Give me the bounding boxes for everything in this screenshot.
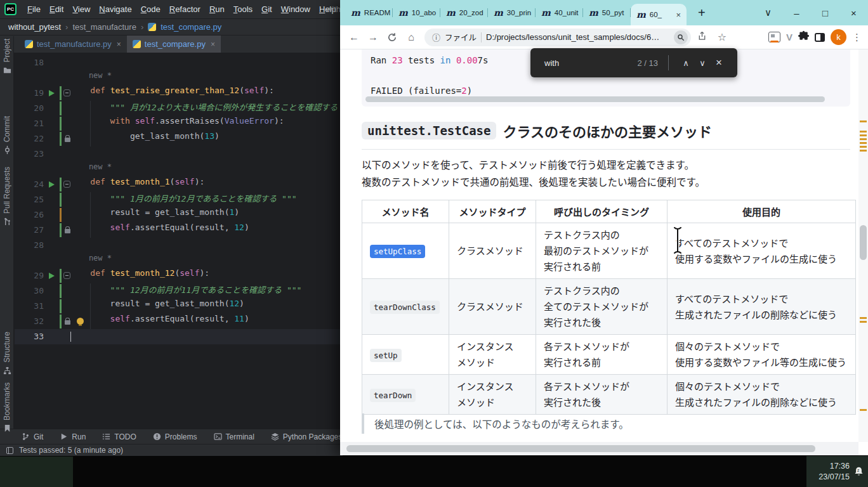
- find-next-button[interactable]: ∨: [694, 58, 711, 68]
- code-line[interactable]: 23: [15, 146, 343, 162]
- method-code-chip[interactable]: tearDownClass: [370, 301, 440, 314]
- close-tab-icon[interactable]: ×: [117, 40, 121, 49]
- toolwindow-todo[interactable]: TODO: [102, 432, 136, 441]
- code-block-hscroll-thumb[interactable]: [365, 96, 825, 102]
- share-icon[interactable]: [692, 31, 711, 43]
- code-line[interactable]: 19 def test_raise_greater_than_12(self):: [15, 86, 343, 101]
- browser-tab[interactable]: m10_abo: [393, 0, 440, 25]
- find-query-input[interactable]: with: [544, 58, 559, 68]
- vue-devtools-icon[interactable]: V: [786, 32, 792, 42]
- code-line[interactable]: 30 """ 12月の前月が11月であることを確認する """: [15, 283, 343, 299]
- code-line[interactable]: 26 result = get_last_month(1): [15, 207, 343, 223]
- close-tab-icon[interactable]: ×: [211, 40, 215, 49]
- fold-icon[interactable]: [63, 89, 70, 96]
- breadcrumb-item[interactable]: without_pytest: [8, 22, 61, 32]
- notifications-silenced-icon[interactable]: z: [853, 466, 864, 477]
- code-line[interactable]: new *: [15, 253, 343, 268]
- menu-window[interactable]: Window: [277, 3, 315, 15]
- browser-tab[interactable]: m60_×: [631, 4, 687, 25]
- reload-button[interactable]: [383, 32, 401, 43]
- toolwindow-python-packages[interactable]: Python Packages: [271, 432, 342, 441]
- toolwindow-run[interactable]: Run: [60, 432, 86, 441]
- code-line[interactable]: 25 """ 1月の前月が12月であることを確認する """: [15, 192, 343, 207]
- profile-avatar[interactable]: k: [831, 29, 846, 45]
- toolwindow-git[interactable]: Git: [22, 432, 43, 441]
- run-test-icon[interactable]: [49, 181, 55, 188]
- code-line[interactable]: 27 self.assertEqual(result, 12): [15, 223, 343, 238]
- code-line[interactable]: 31 result = get_last_month(12): [15, 299, 343, 314]
- in-page-search-icon[interactable]: [674, 30, 688, 44]
- close-window-icon[interactable]: ×: [839, 0, 868, 25]
- fold-icon[interactable]: [63, 181, 70, 188]
- code-line[interactable]: 28: [15, 238, 343, 253]
- new-tab-button[interactable]: +: [698, 6, 706, 20]
- maximize-icon[interactable]: □: [811, 0, 839, 25]
- menu-tools[interactable]: Tools: [229, 3, 257, 15]
- toolwindow-problems[interactable]: Problems: [153, 432, 197, 441]
- extensions-puzzle-icon[interactable]: [798, 30, 809, 44]
- vertical-scrollbar[interactable]: [858, 49, 868, 442]
- code-line[interactable]: 29 def test_month_12(self):: [15, 268, 343, 283]
- horizontal-scrollbar[interactable]: [340, 442, 858, 455]
- browser-tab[interactable]: m30_prin: [488, 0, 536, 25]
- find-close-icon[interactable]: ×: [711, 56, 727, 69]
- menu-view[interactable]: View: [68, 3, 95, 15]
- bookmark-star-icon[interactable]: ☆: [713, 31, 732, 43]
- home-button[interactable]: ⌂: [402, 32, 420, 43]
- code-line[interactable]: 21 with self.assertRaises(ValueError):: [15, 116, 343, 131]
- extension-icon[interactable]: [768, 32, 780, 42]
- browser-tab[interactable]: m40_unit: [536, 0, 583, 25]
- browser-tab[interactable]: mREADM: [345, 0, 393, 25]
- method-code-chip[interactable]: setUp: [370, 349, 402, 362]
- forward-button[interactable]: →: [364, 32, 382, 43]
- browser-tab[interactable]: m50_pyt: [583, 0, 631, 25]
- stripe-item-pull-requests[interactable]: Pull Requests: [0, 167, 14, 225]
- code-line[interactable]: 20 """ 月が12より大きい場合に例外が発生することを確認する """: [15, 101, 343, 116]
- code-line[interactable]: new *: [15, 162, 343, 177]
- toolwindow-terminal[interactable]: Terminal: [214, 432, 254, 441]
- taskbar-clock[interactable]: 17:36 23/07/15 z: [806, 456, 868, 487]
- code-line[interactable]: new *: [15, 70, 343, 86]
- code-line[interactable]: 22 get_last_month(13): [15, 131, 343, 146]
- tab-search-icon[interactable]: ∨: [754, 0, 782, 25]
- stripe-item-structure[interactable]: Structure: [0, 332, 14, 374]
- side-panel-icon[interactable]: [815, 33, 825, 42]
- browser-menu-icon[interactable]: ⋮: [852, 32, 862, 43]
- breadcrumb-item[interactable]: test_manufacture: [72, 22, 136, 32]
- close-tab-icon[interactable]: ×: [676, 10, 681, 20]
- code-line[interactable]: 33: [15, 329, 343, 344]
- scrollbar-thumb[interactable]: [860, 225, 867, 260]
- address-bar[interactable]: ⓘ ファイル D:/projects/lessons/unit_test_sam…: [424, 29, 691, 46]
- back-button[interactable]: ←: [345, 32, 363, 43]
- url-text[interactable]: D:/projects/lessons/unit_test_samples/do…: [486, 32, 669, 42]
- code-line[interactable]: 18: [15, 55, 343, 70]
- stripe-item-commit[interactable]: Commit: [0, 116, 14, 153]
- fold-icon[interactable]: [63, 272, 70, 279]
- menu-run[interactable]: Run: [205, 3, 229, 15]
- layout-widget-icon[interactable]: [6, 447, 13, 454]
- editor-tab[interactable]: test_manufacture.py×: [19, 36, 127, 53]
- menu-code[interactable]: Code: [136, 3, 165, 15]
- editor-tab[interactable]: test_compare.py×: [127, 36, 221, 53]
- code-line[interactable]: 32 self.assertEqual(result, 11): [15, 314, 343, 329]
- menu-refactor[interactable]: Refactor: [165, 3, 205, 15]
- menu-git[interactable]: Git: [257, 3, 277, 15]
- table-cell-timing: テストクラス内の最初のテストメソッドが実行される前: [536, 223, 667, 279]
- code-editor[interactable]: 18 new *19 def test_raise_greater_than_1…: [15, 54, 343, 428]
- breadcrumb-item[interactable]: test_compare.py: [161, 22, 221, 32]
- menu-edit[interactable]: Edit: [45, 3, 68, 15]
- find-previous-button[interactable]: ∧: [678, 58, 694, 68]
- run-test-icon[interactable]: [49, 90, 55, 96]
- stripe-item-project[interactable]: Project: [0, 39, 14, 74]
- method-code-chip-selected[interactable]: setUpClass: [370, 245, 425, 258]
- minimize-icon[interactable]: –: [782, 0, 811, 25]
- scrollbar-thumb[interactable]: [346, 445, 815, 452]
- page-info-icon[interactable]: ⓘ: [432, 31, 440, 43]
- stripe-item-bookmarks[interactable]: Bookmarks: [0, 382, 14, 432]
- method-code-chip[interactable]: tearDown: [370, 389, 416, 402]
- browser-tab[interactable]: m20_zod: [440, 0, 488, 25]
- code-line[interactable]: 24 def test_month_1(self):: [15, 177, 343, 192]
- run-test-icon[interactable]: [49, 273, 55, 279]
- menu-navigate[interactable]: Navigate: [95, 3, 136, 15]
- menu-file[interactable]: File: [23, 3, 45, 15]
